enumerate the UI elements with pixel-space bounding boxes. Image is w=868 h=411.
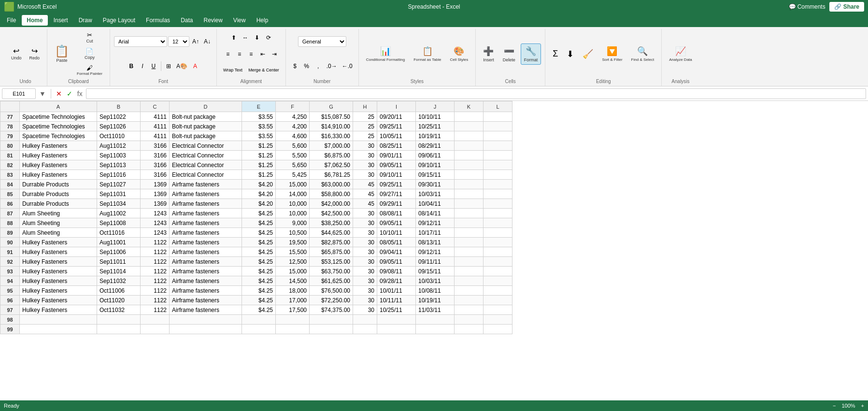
cell-F-82[interactable]: 5,650 xyxy=(276,160,310,170)
cell-C-84[interactable]: 1369 xyxy=(141,180,170,189)
cell-G-84[interactable]: $63,000.00 xyxy=(310,180,353,189)
cell-L-94[interactable] xyxy=(484,276,512,286)
cell-K-95[interactable] xyxy=(455,286,484,296)
cell-B-93[interactable]: Sep11014 xyxy=(97,267,141,276)
cell-D-87[interactable]: Airframe fasteners xyxy=(170,209,242,218)
cell-H-99[interactable] xyxy=(353,325,377,334)
cell-A-97[interactable]: Hulkey Fasteners xyxy=(20,305,97,315)
cell-B-98[interactable] xyxy=(97,315,141,325)
cell-E-93[interactable]: $4.25 xyxy=(242,267,276,276)
cell-G-77[interactable]: $15,087.50 xyxy=(310,112,353,122)
menu-help[interactable]: Help xyxy=(252,15,273,26)
zoom-in-button[interactable]: + xyxy=(861,403,864,409)
cell-B-81[interactable]: Sep11003 xyxy=(97,151,141,160)
indent-increase-button[interactable]: ⇥ xyxy=(269,49,280,59)
cell-G-98[interactable] xyxy=(310,315,353,325)
cell-C-87[interactable]: 1243 xyxy=(141,209,170,218)
cell-K-82[interactable] xyxy=(455,160,484,170)
row-header[interactable]: 79 xyxy=(0,131,20,141)
cell-C-96[interactable]: 1122 xyxy=(141,296,170,305)
cell-E-85[interactable]: $4.20 xyxy=(242,189,276,199)
cell-B-95[interactable]: Oct11006 xyxy=(97,286,141,296)
cell-J-80[interactable]: 08/29/11 xyxy=(416,141,455,151)
cell-G-80[interactable]: $7,000.00 xyxy=(310,141,353,151)
cut-button[interactable]: ✂Cut xyxy=(73,30,106,45)
cell-K-87[interactable] xyxy=(455,209,484,218)
cell-H-81[interactable]: 30 xyxy=(353,151,377,160)
cell-I-98[interactable] xyxy=(377,315,416,325)
cell-K-98[interactable] xyxy=(455,315,484,325)
cell-H-91[interactable]: 30 xyxy=(353,247,377,257)
cell-E-77[interactable]: $3.55 xyxy=(242,112,276,122)
cell-J-93[interactable]: 09/15/11 xyxy=(416,267,455,276)
cancel-entry-icon[interactable]: ✕ xyxy=(55,90,63,98)
align-middle-button[interactable]: ↔ xyxy=(240,32,251,43)
cell-H-93[interactable]: 30 xyxy=(353,267,377,276)
cell-H-80[interactable]: 30 xyxy=(353,141,377,151)
redo-button[interactable]: ↪Redo xyxy=(26,45,43,62)
menu-draw[interactable]: Draw xyxy=(74,15,97,26)
row-header[interactable]: 87 xyxy=(0,209,20,218)
cell-G-82[interactable]: $7,062.50 xyxy=(310,160,353,170)
cell-J-90[interactable]: 08/13/11 xyxy=(416,238,455,247)
cell-D-78[interactable]: Bolt-nut package xyxy=(170,122,242,131)
cell-C-82[interactable]: 3166 xyxy=(141,160,170,170)
cell-L-83[interactable] xyxy=(484,170,512,180)
cell-E-99[interactable] xyxy=(242,325,276,334)
cell-J-99[interactable] xyxy=(416,325,455,334)
align-center-button[interactable]: ≡ xyxy=(234,49,245,59)
cell-A-80[interactable]: Hulkey Fasteners xyxy=(20,141,97,151)
cell-A-98[interactable] xyxy=(20,315,97,325)
cell-A-88[interactable]: Alum Sheeting xyxy=(20,218,97,228)
cell-F-92[interactable]: 12,500 xyxy=(276,257,310,267)
cell-I-95[interactable]: 10/01/11 xyxy=(377,286,416,296)
cell-A-85[interactable]: Durrable Products xyxy=(20,189,97,199)
cell-L-92[interactable] xyxy=(484,257,512,267)
comma-button[interactable]: , xyxy=(313,61,324,71)
cell-H-86[interactable]: 45 xyxy=(353,199,377,209)
number-format-select[interactable]: General xyxy=(298,36,346,47)
cell-F-81[interactable]: 5,500 xyxy=(276,151,310,160)
cell-E-84[interactable]: $4.20 xyxy=(242,180,276,189)
cell-A-92[interactable]: Hulkey Fasteners xyxy=(20,257,97,267)
cell-A-77[interactable]: Spacetime Technologies xyxy=(20,112,97,122)
cell-B-94[interactable]: Sep11032 xyxy=(97,276,141,286)
cell-K-94[interactable] xyxy=(455,276,484,286)
cell-J-87[interactable]: 08/14/11 xyxy=(416,209,455,218)
cell-C-79[interactable]: 4111 xyxy=(141,131,170,141)
cell-I-78[interactable]: 09/25/11 xyxy=(377,122,416,131)
underline-button[interactable]: U xyxy=(148,61,159,71)
row-header[interactable]: 84 xyxy=(0,180,20,189)
cell-J-96[interactable]: 10/19/11 xyxy=(416,296,455,305)
row-header[interactable]: 92 xyxy=(0,257,20,267)
paste-button[interactable]: 📋Paste xyxy=(51,43,72,65)
cell-K-86[interactable] xyxy=(455,199,484,209)
cell-E-90[interactable]: $4.25 xyxy=(242,238,276,247)
cell-J-98[interactable] xyxy=(416,315,455,325)
cell-I-96[interactable]: 10/11/11 xyxy=(377,296,416,305)
cell-I-97[interactable]: 10/25/11 xyxy=(377,305,416,315)
cell-I-77[interactable]: 09/20/11 xyxy=(377,112,416,122)
cell-G-89[interactable]: $44,625.00 xyxy=(310,228,353,238)
cell-F-99[interactable] xyxy=(276,325,310,334)
cell-H-88[interactable]: 30 xyxy=(353,218,377,228)
cell-styles-button[interactable]: 🎨 Cell Styles xyxy=(446,43,471,64)
cell-I-83[interactable]: 09/10/11 xyxy=(377,170,416,180)
cell-D-77[interactable]: Bolt-nut package xyxy=(170,112,242,122)
cell-G-91[interactable]: $65,875.00 xyxy=(310,247,353,257)
cell-D-94[interactable]: Airframe fasteners xyxy=(170,276,242,286)
cell-I-99[interactable] xyxy=(377,325,416,334)
cell-I-80[interactable]: 08/25/11 xyxy=(377,141,416,151)
row-header[interactable]: 82 xyxy=(0,160,20,170)
cell-E-82[interactable]: $1.25 xyxy=(242,160,276,170)
analyze-data-button[interactable]: 📈 Analyze Data xyxy=(666,43,696,64)
cell-B-99[interactable] xyxy=(97,325,141,334)
cell-F-98[interactable] xyxy=(276,315,310,325)
conditional-formatting-button[interactable]: 📊 Conditional Formatting xyxy=(363,43,408,64)
cell-F-86[interactable]: 10,000 xyxy=(276,199,310,209)
cell-F-83[interactable]: 5,425 xyxy=(276,170,310,180)
zoom-out-button[interactable]: − xyxy=(833,403,836,409)
cell-G-99[interactable] xyxy=(310,325,353,334)
cell-J-83[interactable]: 09/15/11 xyxy=(416,170,455,180)
cell-K-90[interactable] xyxy=(455,238,484,247)
